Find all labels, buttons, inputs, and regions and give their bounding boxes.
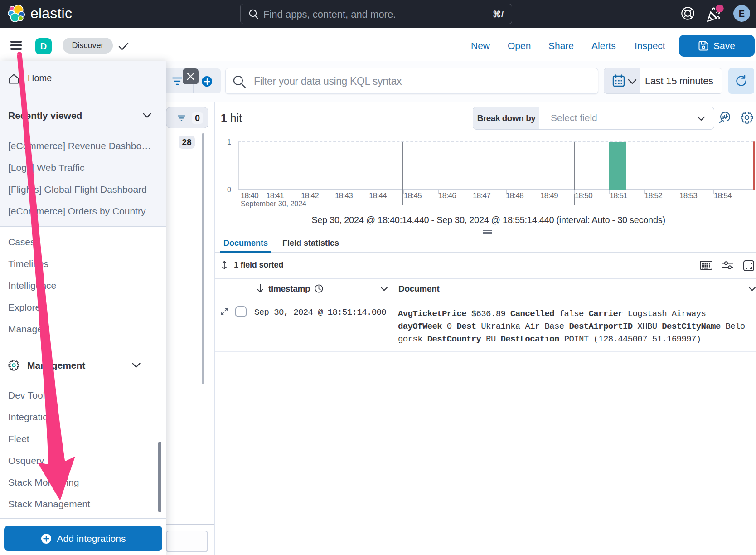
svg-text:E: E: [739, 9, 745, 19]
